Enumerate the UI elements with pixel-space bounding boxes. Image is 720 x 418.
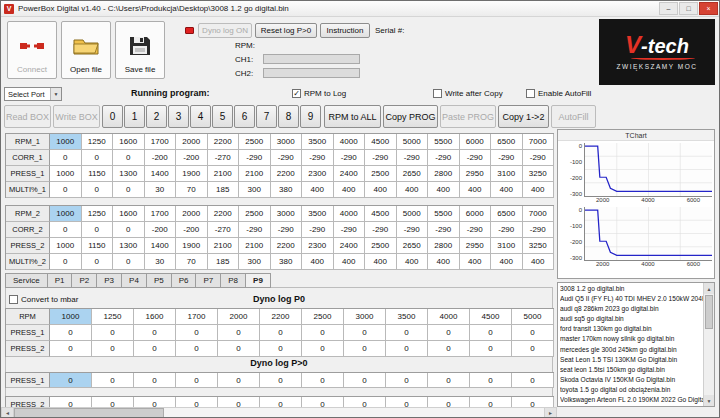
- table-cell[interactable]: 400: [334, 182, 366, 198]
- tab-p4[interactable]: P4: [121, 273, 146, 288]
- file-list-item[interactable]: seat leon 1.5tsi 150km go digital.bin: [560, 365, 703, 375]
- table-cell[interactable]: 300: [239, 254, 271, 270]
- table-cell[interactable]: 1150: [82, 238, 114, 254]
- enable-autofill-checkbox[interactable]: Enable AutoFill: [526, 89, 591, 98]
- table-cell[interactable]: 2300: [302, 166, 334, 182]
- table-cell[interactable]: 3500: [302, 206, 334, 222]
- table-cell[interactable]: 2400: [334, 166, 366, 182]
- table-cell[interactable]: 70: [176, 254, 208, 270]
- table-cell[interactable]: 1300: [113, 238, 145, 254]
- table-cell[interactable]: 0: [344, 325, 386, 341]
- prog-button-8[interactable]: 8: [278, 105, 299, 128]
- table-cell[interactable]: -290: [491, 222, 523, 238]
- file-list-item[interactable]: audi sq5 go digital.bin: [560, 314, 703, 324]
- table-cell[interactable]: 400: [428, 182, 460, 198]
- table-cell[interactable]: 2200: [260, 309, 302, 325]
- table-cell[interactable]: 1700: [145, 134, 177, 150]
- prog-button-5[interactable]: 5: [212, 105, 233, 128]
- table-cell[interactable]: 0: [92, 373, 134, 388]
- table-cell[interactable]: 1600: [113, 206, 145, 222]
- table-cell[interactable]: 1700: [145, 206, 177, 222]
- prog-button-2[interactable]: 2: [146, 105, 167, 128]
- table-cell[interactable]: -290: [334, 222, 366, 238]
- table-cell[interactable]: 400: [523, 254, 555, 270]
- table-cell[interactable]: -290: [302, 222, 334, 238]
- tab-p5[interactable]: P5: [146, 273, 171, 288]
- table-cell[interactable]: 185: [208, 182, 240, 198]
- table-cell[interactable]: -290: [239, 222, 271, 238]
- save-file-button[interactable]: Save file: [115, 21, 165, 79]
- table-cell[interactable]: 0: [260, 373, 302, 388]
- table-cell[interactable]: 0: [218, 341, 260, 357]
- horizontal-scrollbar[interactable]: ◄ ►: [1, 407, 557, 418]
- table-cell[interactable]: 1000: [50, 134, 82, 150]
- table-cell[interactable]: 3100: [491, 238, 523, 254]
- table-cell[interactable]: 2000: [176, 206, 208, 222]
- connect-button[interactable]: Connect: [7, 21, 57, 79]
- minimize-button[interactable]: –: [659, 2, 678, 15]
- table-cell[interactable]: 0: [386, 373, 428, 388]
- table-cell[interactable]: 6000: [460, 134, 492, 150]
- table-cell[interactable]: 2000: [218, 309, 260, 325]
- vscroll-thumb[interactable]: [705, 295, 713, 329]
- table-cell[interactable]: 300: [239, 182, 271, 198]
- table-cell[interactable]: -200: [176, 222, 208, 238]
- tab-p1[interactable]: P1: [47, 273, 72, 288]
- table-cell[interactable]: 0: [218, 325, 260, 341]
- table-cell[interactable]: -290: [271, 150, 303, 166]
- table-cell[interactable]: 6500: [491, 206, 523, 222]
- table-cell[interactable]: 7000: [523, 134, 555, 150]
- table-cell[interactable]: 0: [176, 373, 218, 388]
- prog-button-6[interactable]: 6: [234, 105, 255, 128]
- table-cell[interactable]: -290: [460, 150, 492, 166]
- table-cell[interactable]: 1000: [50, 238, 82, 254]
- table-cell[interactable]: 0: [512, 325, 554, 341]
- table-cell[interactable]: 0: [512, 373, 554, 388]
- table-cell[interactable]: -290: [523, 222, 555, 238]
- reset-log-button[interactable]: Reset log P>0: [255, 23, 317, 38]
- table-cell[interactable]: 1000: [50, 309, 92, 325]
- table-cell[interactable]: 0: [82, 150, 114, 166]
- table-cell[interactable]: 0: [50, 182, 82, 198]
- table-cell[interactable]: 0: [512, 341, 554, 357]
- tab-p3[interactable]: P3: [96, 273, 121, 288]
- table-cell[interactable]: -290: [397, 150, 429, 166]
- table-cell[interactable]: 0: [302, 341, 344, 357]
- table-cell[interactable]: 1400: [145, 166, 177, 182]
- table-cell[interactable]: -290: [365, 222, 397, 238]
- file-list-item[interactable]: master 170km nowy silnik go digital.bin: [560, 334, 703, 344]
- table-cell[interactable]: 6000: [460, 206, 492, 222]
- table-cell[interactable]: 0: [428, 373, 470, 388]
- table-cell[interactable]: 3000: [344, 309, 386, 325]
- table-cell[interactable]: 380: [271, 254, 303, 270]
- table-cell[interactable]: 5500: [428, 134, 460, 150]
- table-cell[interactable]: 4000: [428, 309, 470, 325]
- table-cell[interactable]: 400: [397, 254, 429, 270]
- table-cell[interactable]: 0: [82, 222, 114, 238]
- tab-p7[interactable]: P7: [195, 273, 220, 288]
- table-cell[interactable]: 3500: [386, 309, 428, 325]
- table-cell[interactable]: 2300: [302, 238, 334, 254]
- table-cell[interactable]: 0: [113, 254, 145, 270]
- table-cell[interactable]: -290: [239, 150, 271, 166]
- table-cell[interactable]: 400: [491, 182, 523, 198]
- hscroll-track[interactable]: [14, 408, 544, 418]
- table-cell[interactable]: 1300: [113, 166, 145, 182]
- prog-button-1[interactable]: 1: [124, 105, 145, 128]
- table-cell[interactable]: 0: [50, 325, 92, 341]
- prog-button-7[interactable]: 7: [256, 105, 277, 128]
- table-cell[interactable]: 3100: [491, 166, 523, 182]
- table-cell[interactable]: 0: [176, 341, 218, 357]
- file-list-item[interactable]: Audi Q5 II (FY FL) 40 TDI MHEV 2.0 150kW…: [560, 294, 703, 304]
- table-cell[interactable]: -290: [365, 150, 397, 166]
- table-cell[interactable]: 1000: [50, 166, 82, 182]
- table-cell[interactable]: 0: [386, 325, 428, 341]
- table-cell[interactable]: -290: [302, 150, 334, 166]
- table-cell[interactable]: 3250: [523, 238, 555, 254]
- table-cell[interactable]: 0: [113, 222, 145, 238]
- table-cell[interactable]: 0: [92, 341, 134, 357]
- table-cell[interactable]: 0: [470, 341, 512, 357]
- table-cell[interactable]: 400: [302, 182, 334, 198]
- table-cell[interactable]: 30: [145, 254, 177, 270]
- table-cell[interactable]: 1000: [50, 206, 82, 222]
